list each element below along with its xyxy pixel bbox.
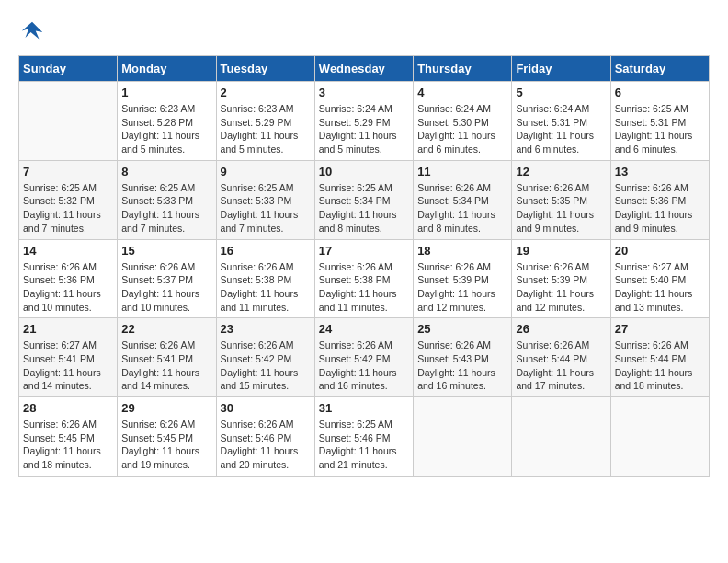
day-info: Sunrise: 6:26 AM Sunset: 5:42 PM Dayligh… (319, 339, 409, 393)
day-number: 4 (417, 86, 507, 99)
day-info: Sunrise: 6:26 AM Sunset: 5:36 PM Dayligh… (23, 260, 113, 315)
calendar-table: SundayMondayTuesdayWednesdayThursdayFrid… (18, 55, 710, 477)
calendar-cell: 4 Sunrise: 6:24 AM Sunset: 5:30 PM Dayli… (414, 82, 512, 161)
svg-marker-0 (22, 22, 43, 40)
day-number: 17 (319, 244, 409, 258)
day-number: 27 (615, 322, 705, 336)
day-number: 25 (417, 322, 507, 336)
calendar-cell: 1 Sunrise: 6:23 AM Sunset: 5:28 PM Dayli… (118, 82, 216, 161)
day-info: Sunrise: 6:25 AM Sunset: 5:31 PM Dayligh… (615, 102, 705, 156)
day-number: 29 (121, 401, 211, 415)
day-number: 16 (221, 244, 311, 258)
logo (18, 18, 50, 46)
calendar-cell: 13 Sunrise: 6:26 AM Sunset: 5:36 PM Dayl… (610, 160, 709, 239)
day-info: Sunrise: 6:26 AM Sunset: 5:43 PM Dayligh… (417, 339, 507, 393)
day-number: 14 (23, 244, 113, 258)
day-info: Sunrise: 6:26 AM Sunset: 5:34 PM Dayligh… (417, 181, 507, 236)
calendar-cell: 31 Sunrise: 6:25 AM Sunset: 5:46 PM Dayl… (314, 397, 413, 477)
day-info: Sunrise: 6:26 AM Sunset: 5:44 PM Dayligh… (516, 339, 606, 393)
calendar-cell: 21 Sunrise: 6:27 AM Sunset: 5:41 PM Dayl… (19, 318, 118, 397)
calendar-cell: 16 Sunrise: 6:26 AM Sunset: 5:38 PM Dayl… (216, 239, 314, 318)
day-header-monday: Monday (118, 56, 216, 82)
calendar-cell (19, 82, 118, 161)
calendar-cell: 17 Sunrise: 6:26 AM Sunset: 5:38 PM Dayl… (314, 239, 413, 318)
day-info: Sunrise: 6:26 AM Sunset: 5:41 PM Dayligh… (121, 339, 211, 393)
calendar-cell: 19 Sunrise: 6:26 AM Sunset: 5:39 PM Dayl… (512, 239, 610, 318)
calendar-cell: 28 Sunrise: 6:26 AM Sunset: 5:45 PM Dayl… (19, 397, 118, 477)
day-number: 23 (221, 322, 311, 336)
day-number: 2 (221, 86, 311, 99)
day-number: 13 (615, 165, 705, 178)
calendar-cell: 11 Sunrise: 6:26 AM Sunset: 5:34 PM Dayl… (414, 160, 512, 239)
day-info: Sunrise: 6:25 AM Sunset: 5:46 PM Dayligh… (319, 418, 409, 472)
day-number: 7 (23, 165, 113, 178)
day-number: 10 (319, 165, 409, 178)
day-info: Sunrise: 6:24 AM Sunset: 5:29 PM Dayligh… (319, 102, 409, 156)
day-number: 3 (319, 86, 409, 99)
day-info: Sunrise: 6:26 AM Sunset: 5:38 PM Dayligh… (319, 260, 409, 315)
calendar-cell: 12 Sunrise: 6:26 AM Sunset: 5:35 PM Dayl… (512, 160, 610, 239)
day-number: 6 (615, 86, 705, 99)
day-info: Sunrise: 6:26 AM Sunset: 5:39 PM Dayligh… (417, 260, 507, 315)
calendar-cell: 18 Sunrise: 6:26 AM Sunset: 5:39 PM Dayl… (414, 239, 512, 318)
day-number: 11 (417, 165, 507, 178)
day-number: 21 (23, 322, 113, 336)
logo-icon (18, 18, 46, 46)
day-info: Sunrise: 6:25 AM Sunset: 5:34 PM Dayligh… (319, 181, 409, 236)
calendar-cell: 14 Sunrise: 6:26 AM Sunset: 5:36 PM Dayl… (19, 239, 118, 318)
day-number: 30 (221, 401, 311, 415)
day-info: Sunrise: 6:26 AM Sunset: 5:37 PM Dayligh… (121, 260, 211, 315)
day-number: 15 (121, 244, 211, 258)
day-number: 20 (615, 244, 705, 258)
calendar-cell: 23 Sunrise: 6:26 AM Sunset: 5:42 PM Dayl… (216, 318, 314, 397)
day-header-wednesday: Wednesday (314, 56, 413, 82)
day-header-tuesday: Tuesday (216, 56, 314, 82)
day-info: Sunrise: 6:23 AM Sunset: 5:29 PM Dayligh… (221, 102, 311, 156)
day-info: Sunrise: 6:26 AM Sunset: 5:38 PM Dayligh… (221, 260, 311, 315)
calendar-week-row: 7 Sunrise: 6:25 AM Sunset: 5:32 PM Dayli… (19, 160, 710, 239)
calendar-cell: 29 Sunrise: 6:26 AM Sunset: 5:45 PM Dayl… (118, 397, 216, 477)
calendar-week-row: 28 Sunrise: 6:26 AM Sunset: 5:45 PM Dayl… (19, 397, 710, 477)
day-info: Sunrise: 6:24 AM Sunset: 5:31 PM Dayligh… (516, 102, 606, 156)
day-header-sunday: Sunday (19, 56, 118, 82)
day-number: 9 (221, 165, 311, 178)
day-info: Sunrise: 6:26 AM Sunset: 5:44 PM Dayligh… (615, 339, 705, 393)
calendar-cell: 30 Sunrise: 6:26 AM Sunset: 5:46 PM Dayl… (216, 397, 314, 477)
day-info: Sunrise: 6:25 AM Sunset: 5:33 PM Dayligh… (221, 181, 311, 236)
calendar-week-row: 1 Sunrise: 6:23 AM Sunset: 5:28 PM Dayli… (19, 82, 710, 161)
calendar-cell: 6 Sunrise: 6:25 AM Sunset: 5:31 PM Dayli… (610, 82, 709, 161)
day-info: Sunrise: 6:26 AM Sunset: 5:36 PM Dayligh… (615, 181, 705, 236)
calendar-week-row: 21 Sunrise: 6:27 AM Sunset: 5:41 PM Dayl… (19, 318, 710, 397)
day-info: Sunrise: 6:27 AM Sunset: 5:40 PM Dayligh… (615, 260, 705, 315)
calendar-cell: 2 Sunrise: 6:23 AM Sunset: 5:29 PM Dayli… (216, 82, 314, 161)
day-info: Sunrise: 6:26 AM Sunset: 5:45 PM Dayligh… (121, 418, 211, 472)
calendar-cell (610, 397, 709, 477)
calendar-cell: 27 Sunrise: 6:26 AM Sunset: 5:44 PM Dayl… (610, 318, 709, 397)
day-header-saturday: Saturday (610, 56, 709, 82)
calendar-cell: 5 Sunrise: 6:24 AM Sunset: 5:31 PM Dayli… (512, 82, 610, 161)
day-number: 24 (319, 322, 409, 336)
calendar-cell: 15 Sunrise: 6:26 AM Sunset: 5:37 PM Dayl… (118, 239, 216, 318)
day-number: 26 (516, 322, 606, 336)
page-header (18, 18, 710, 46)
calendar-cell: 3 Sunrise: 6:24 AM Sunset: 5:29 PM Dayli… (314, 82, 413, 161)
day-info: Sunrise: 6:23 AM Sunset: 5:28 PM Dayligh… (121, 102, 211, 156)
day-number: 8 (121, 165, 211, 178)
calendar-cell: 26 Sunrise: 6:26 AM Sunset: 5:44 PM Dayl… (512, 318, 610, 397)
day-info: Sunrise: 6:26 AM Sunset: 5:42 PM Dayligh… (221, 339, 311, 393)
day-number: 1 (121, 86, 211, 99)
calendar-cell (414, 397, 512, 477)
calendar-cell: 24 Sunrise: 6:26 AM Sunset: 5:42 PM Dayl… (314, 318, 413, 397)
day-info: Sunrise: 6:26 AM Sunset: 5:45 PM Dayligh… (23, 418, 113, 472)
calendar-cell: 22 Sunrise: 6:26 AM Sunset: 5:41 PM Dayl… (118, 318, 216, 397)
calendar-cell: 25 Sunrise: 6:26 AM Sunset: 5:43 PM Dayl… (414, 318, 512, 397)
day-number: 5 (516, 86, 606, 99)
calendar-cell: 10 Sunrise: 6:25 AM Sunset: 5:34 PM Dayl… (314, 160, 413, 239)
day-number: 19 (516, 244, 606, 258)
day-number: 31 (319, 401, 409, 415)
calendar-header-row: SundayMondayTuesdayWednesdayThursdayFrid… (19, 56, 710, 82)
day-info: Sunrise: 6:26 AM Sunset: 5:39 PM Dayligh… (516, 260, 606, 315)
calendar-week-row: 14 Sunrise: 6:26 AM Sunset: 5:36 PM Dayl… (19, 239, 710, 318)
calendar-cell: 8 Sunrise: 6:25 AM Sunset: 5:33 PM Dayli… (118, 160, 216, 239)
calendar-cell: 9 Sunrise: 6:25 AM Sunset: 5:33 PM Dayli… (216, 160, 314, 239)
